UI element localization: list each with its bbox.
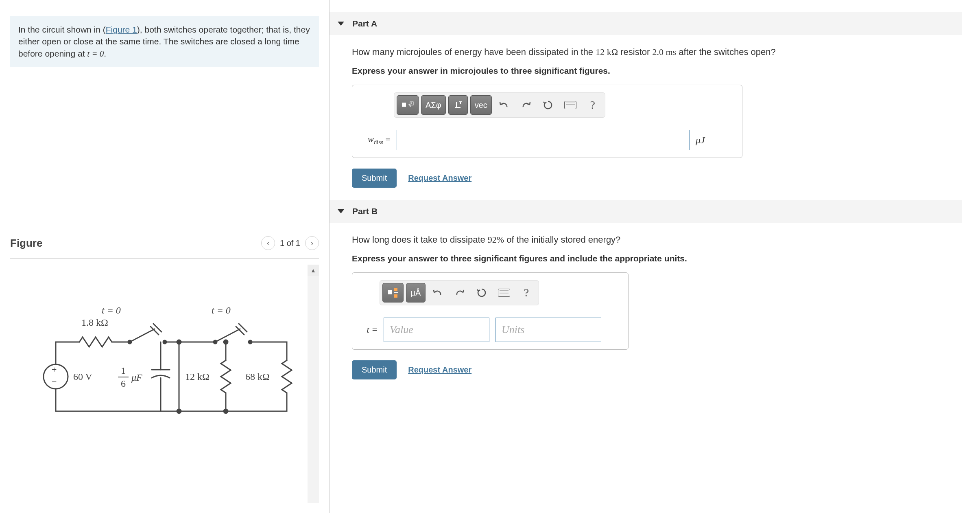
- reset-icon: [476, 287, 487, 298]
- problem-intro: In the circuit shown in (Figure 1), both…: [10, 16, 319, 67]
- redo-button-b[interactable]: [450, 283, 469, 303]
- figure-link[interactable]: Figure 1: [106, 25, 137, 34]
- circuit-r1: 1.8 kΩ: [81, 317, 108, 328]
- part-a-actions: Submit Request Answer: [352, 169, 962, 188]
- template-icon: √: [401, 99, 414, 111]
- figure-header: Figure ‹ 1 of 1 ›: [10, 236, 319, 254]
- svg-rect-23: [394, 294, 397, 298]
- part-a-submit-button[interactable]: Submit: [352, 169, 397, 188]
- intro-end: .: [104, 49, 106, 58]
- svg-rect-17: [402, 103, 406, 107]
- part-b-answer-row: t =: [361, 318, 619, 342]
- chevron-down-icon: [338, 22, 344, 26]
- q-a-post: after the switches open?: [676, 47, 776, 57]
- redo-button[interactable]: [516, 95, 536, 115]
- part-b-title: Part B: [352, 206, 378, 216]
- reset-icon: [543, 100, 553, 110]
- undo-button[interactable]: [494, 95, 514, 115]
- intro-eqn: t = 0: [87, 49, 104, 59]
- part-b-header[interactable]: Part B: [330, 200, 962, 223]
- fraction-button[interactable]: [382, 283, 404, 303]
- help-button-b[interactable]: ?: [517, 283, 536, 303]
- figure-nav: ‹ 1 of 1 ›: [261, 236, 319, 250]
- circuit-cap-top: 1: [121, 365, 126, 376]
- circuit-t0-left: t = 0: [102, 305, 121, 316]
- q-a-val2: 2.0 ms: [652, 47, 676, 57]
- part-a-answer-row: wdiss = μJ: [361, 130, 733, 150]
- scroll-up-button[interactable]: ▲: [308, 265, 319, 276]
- part-a-unit: μJ: [696, 135, 705, 146]
- var-main: w: [368, 134, 374, 144]
- circuit-diagram: + −: [35, 297, 295, 423]
- part-a-question: How many microjoules of energy have been…: [352, 45, 962, 59]
- svg-point-15: [224, 340, 228, 344]
- circuit-cap-unit: μF: [131, 372, 142, 383]
- circuit-cap-bot: 6: [121, 378, 126, 389]
- part-b-answer-box: μÅ ? t =: [352, 272, 629, 350]
- figure-viewport: ▲ + −: [10, 265, 319, 503]
- part-a-instruction: Express your answer in microjoules to th…: [352, 66, 962, 76]
- right-panel: Part A How many microjoules of energy ha…: [330, 0, 980, 513]
- chevron-down-icon: [338, 209, 344, 213]
- var-sub: diss: [374, 139, 383, 146]
- part-b-actions: Submit Request Answer: [352, 360, 962, 379]
- vector-button[interactable]: vec: [470, 95, 492, 115]
- keyboard-icon: [564, 101, 576, 109]
- part-b-submit-button[interactable]: Submit: [352, 360, 397, 379]
- part-a-answer-input[interactable]: [397, 130, 690, 150]
- subscript-icon: [453, 100, 463, 110]
- svg-point-12: [177, 409, 181, 413]
- part-b-toolbar: μÅ ?: [380, 280, 539, 305]
- q-a-mid: resistor: [618, 47, 652, 57]
- reset-button-b[interactable]: [472, 283, 491, 303]
- part-a-variable: wdiss =: [361, 134, 391, 146]
- greek-button[interactable]: ΑΣφ: [421, 95, 446, 115]
- reset-button[interactable]: [538, 95, 558, 115]
- help-icon: ?: [524, 286, 529, 299]
- intro-text-pre: In the circuit shown in (: [18, 25, 106, 34]
- svg-text:+: +: [52, 364, 57, 375]
- figure-next-button[interactable]: ›: [305, 236, 319, 250]
- svg-rect-21: [394, 288, 397, 291]
- q-a-pre: How many microjoules of energy have been…: [352, 47, 596, 57]
- circuit-vsrc: 60 V: [73, 371, 93, 382]
- keyboard-button[interactable]: [560, 95, 581, 115]
- q-b-pre: How long does it take to dissipate: [352, 235, 488, 245]
- part-b-request-answer-link[interactable]: Request Answer: [408, 365, 471, 375]
- keyboard-button-b[interactable]: [494, 283, 514, 303]
- part-b-instruction: Express your answer to three significant…: [352, 254, 962, 263]
- circuit-t0-right: t = 0: [212, 305, 231, 316]
- part-a-title: Part A: [352, 19, 377, 28]
- q-b-post: of the initially stored energy?: [504, 235, 620, 245]
- svg-rect-20: [388, 290, 392, 294]
- figure-title: Figure: [10, 237, 42, 250]
- var-eq: =: [383, 134, 391, 144]
- left-panel: In the circuit shown in (Figure 1), both…: [0, 0, 330, 513]
- svg-point-13: [224, 409, 228, 413]
- part-a-request-answer-link[interactable]: Request Answer: [408, 173, 471, 183]
- help-button[interactable]: ?: [583, 95, 602, 115]
- part-b-units-input[interactable]: [495, 318, 601, 342]
- q-a-val1: 12 kΩ: [596, 47, 618, 57]
- templates-button[interactable]: √: [397, 95, 419, 115]
- figure-prev-button[interactable]: ‹: [261, 236, 275, 250]
- circuit-r3: 68 kΩ: [245, 371, 270, 382]
- circuit-r2: 12 kΩ: [185, 371, 210, 382]
- part-a-header[interactable]: Part A: [330, 12, 962, 35]
- subscript-button[interactable]: [448, 95, 468, 115]
- part-a-answer-box: √ ΑΣφ vec ?: [352, 85, 742, 158]
- part-b-body: How long does it take to dissipate 92% o…: [330, 233, 962, 379]
- undo-button-b[interactable]: [428, 283, 447, 303]
- part-a-body: How many microjoules of energy have been…: [330, 45, 962, 188]
- scrollbar-track[interactable]: [308, 276, 319, 503]
- part-b-value-input[interactable]: [384, 318, 489, 342]
- part-a-toolbar: √ ΑΣφ vec ?: [394, 92, 605, 118]
- redo-icon: [454, 288, 465, 297]
- undo-icon: [499, 101, 509, 110]
- q-b-val: 92%: [488, 235, 504, 245]
- units-picker-button[interactable]: μÅ: [406, 283, 426, 303]
- svg-text:−: −: [52, 377, 57, 387]
- redo-icon: [521, 101, 531, 110]
- help-icon: ?: [590, 99, 595, 112]
- part-b-variable: t =: [361, 324, 378, 335]
